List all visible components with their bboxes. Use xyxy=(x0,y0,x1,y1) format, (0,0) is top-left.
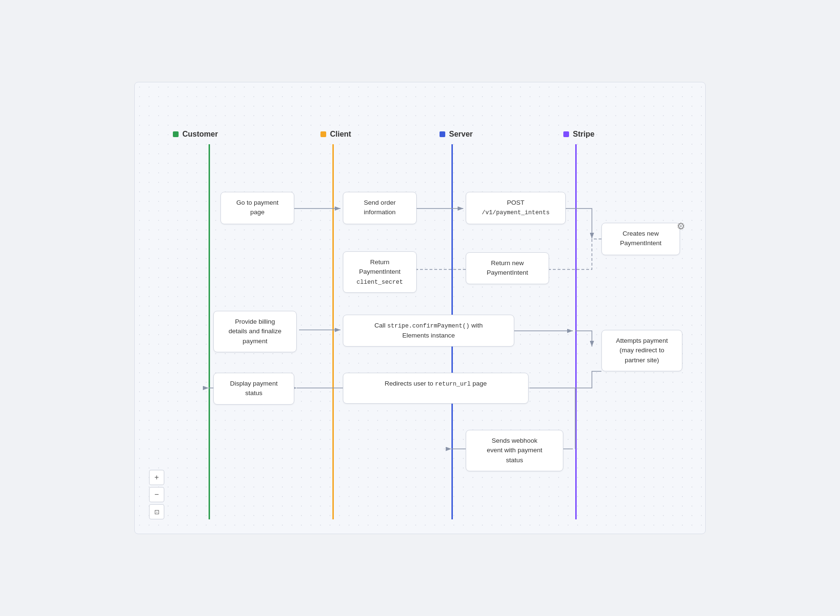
box-redirects: Redirects user to return_url page xyxy=(343,373,529,404)
server-label: Server xyxy=(449,130,473,139)
box-call-confirm: Call stripe.confirmPayment() withElement… xyxy=(343,315,514,347)
box-redirects-text: Redirects user to return_url page xyxy=(385,380,487,387)
lane-header-server: Server xyxy=(440,130,473,139)
stripe-label: Stripe xyxy=(573,130,594,139)
box-attempts-text: Attempts payment(may redirect topartner … xyxy=(616,337,668,364)
zoom-fit-button[interactable]: ⊡ xyxy=(149,504,164,519)
client-label: Client xyxy=(330,130,351,139)
box-return-new-pi-text: Return newPaymentIntent xyxy=(487,259,528,276)
zoom-out-button[interactable]: − xyxy=(149,487,164,502)
box-provide-billing: Provide billingdetails and finalizepayme… xyxy=(213,311,297,352)
zoom-in-button[interactable]: + xyxy=(149,470,164,485)
lifeline-customer xyxy=(209,144,210,519)
box-sends-webhook: Sends webhookevent with paymentstatus xyxy=(466,430,563,471)
box-go-payment: Go to paymentpage xyxy=(220,192,294,224)
lane-header-stripe: Stripe xyxy=(563,130,594,139)
box-creates-new-text: Creates newPaymentIntent xyxy=(620,230,661,247)
box-display-status-text: Display paymentstatus xyxy=(230,380,278,397)
box-return-client-secret: ReturnPaymentIntentclient_secret xyxy=(343,251,417,293)
box-send-order: Send orderinformation xyxy=(343,192,417,224)
stripe-dot xyxy=(563,131,569,137)
box-return-new-pi: Return newPaymentIntent xyxy=(466,252,549,284)
diagram-container: Customer Client Server Stripe xyxy=(134,82,706,534)
server-dot xyxy=(440,131,445,137)
box-return-client-secret-text: ReturnPaymentIntentclient_secret xyxy=(357,258,403,285)
box-call-confirm-text: Call stripe.confirmPayment() withElement… xyxy=(374,322,482,339)
client-dot xyxy=(320,131,326,137)
arrows-svg xyxy=(135,82,705,534)
box-post-intents-text: POST/v1/payment_intents xyxy=(482,199,550,216)
lifeline-client xyxy=(332,144,334,519)
box-sends-webhook-text: Sends webhookevent with paymentstatus xyxy=(487,437,542,464)
lane-header-customer: Customer xyxy=(173,130,218,139)
zoom-controls: + − ⊡ xyxy=(149,470,164,519)
person-icon: ⚙ xyxy=(677,220,685,232)
lifeline-stripe xyxy=(575,144,577,519)
box-post-intents: POST/v1/payment_intents xyxy=(466,192,566,224)
box-send-order-text: Send orderinformation xyxy=(364,199,396,216)
customer-label: Customer xyxy=(182,130,218,139)
customer-dot xyxy=(173,131,179,137)
box-attempts: Attempts payment(may redirect topartner … xyxy=(601,330,682,371)
box-provide-billing-text: Provide billingdetails and finalizepayme… xyxy=(229,318,281,345)
box-creates-new: Creates newPaymentIntent xyxy=(601,223,680,255)
lane-header-client: Client xyxy=(320,130,351,139)
box-go-payment-text: Go to paymentpage xyxy=(236,199,279,216)
box-display-status: Display paymentstatus xyxy=(213,373,294,405)
